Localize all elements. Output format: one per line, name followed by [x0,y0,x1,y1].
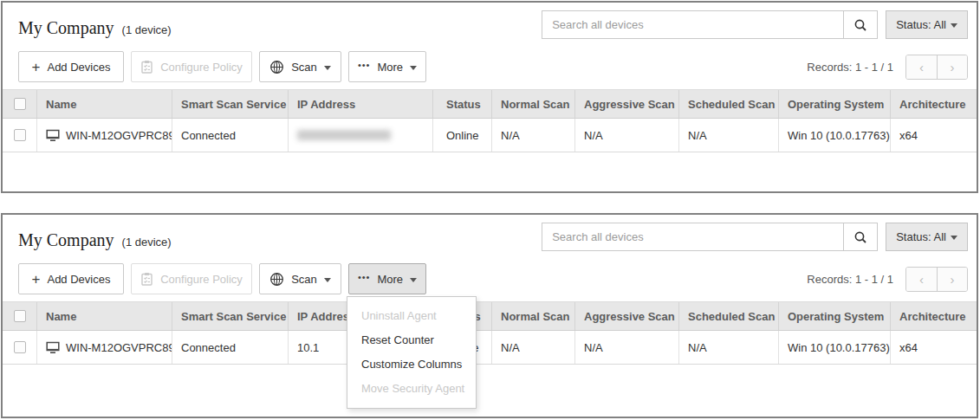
column-header-name: Name [37,302,172,330]
chevron-down-icon [410,278,417,282]
status-filter-label: Status: All [896,230,946,243]
scan-globe-icon [269,272,284,287]
column-header-scheduled-scan: Scheduled Scan [679,302,779,330]
aggressive-scan-cell: N/A [575,119,679,152]
scan-globe-icon [269,60,284,74]
operating-system-cell: Win 10 (10.0.17763) [779,331,891,364]
page-title: My Company [18,230,114,250]
toolbar: + Add Devices Configure Policy Scan ••• … [3,260,977,298]
normal-scan-cell: N/A [492,331,575,364]
chevron-down-icon [324,278,331,282]
column-header-architecture: Architecture [891,302,978,330]
chevron-down-icon [324,66,331,70]
records-area: Records: 1 - 1 / 1 ‹ › [807,55,968,80]
pagination: ‹ › [905,267,968,292]
pagination: ‹ › [905,55,968,80]
status-filter-dropdown[interactable]: Status: All [886,10,968,39]
device-name: WIN-M12OGVPRC89 [66,341,172,354]
search-input[interactable] [542,223,843,251]
menu-item-reset-counter[interactable]: Reset Counter [347,328,476,352]
device-panel-bottom: My Company (1 device) Status: All + Add … [1,213,978,418]
redacted-ip-blur [297,130,391,140]
scheduled-scan-cell: N/A [679,119,779,152]
title-group: My Company (1 device) [18,10,172,38]
column-header-architecture: Architecture [891,90,978,118]
menu-item-move-security-agent: Move Security Agent [347,377,476,401]
ip-address-cell [289,119,433,152]
smart-scan-service-cell: Connected [172,119,289,152]
configure-policy-label: Configure Policy [160,61,243,74]
scan-button[interactable]: Scan [259,51,341,82]
chevron-down-icon [410,66,417,70]
scan-label: Scan [291,61,317,74]
row-select-cell [3,119,37,152]
column-header-operating-system: Operating System [779,90,891,118]
column-header-operating-system: Operating System [779,302,891,330]
column-header-name: Name [37,90,172,118]
search-button[interactable] [843,223,878,251]
more-button[interactable]: ••• More [348,51,426,82]
table-row[interactable]: WIN-M12OGVPRC89 Connected Online N/A N/A… [3,119,978,152]
column-header-normal-scan: Normal Scan [492,90,575,118]
plus-icon: + [32,60,41,74]
column-header-ip-address: IP Address [289,90,433,118]
more-label: More [377,61,403,74]
column-header-status: Status [433,90,492,118]
records-area: Records: 1 - 1 / 1 ‹ › [807,267,968,292]
menu-item-customize-columns[interactable]: Customize Columns [347,352,476,377]
add-devices-button[interactable]: + Add Devices [18,263,124,294]
normal-scan-cell: N/A [492,119,575,152]
device-name-cell: WIN-M12OGVPRC89 [37,331,172,364]
title-group: My Company (1 device) [18,223,172,250]
row-checkbox[interactable] [14,129,26,141]
table-header-row: Name Smart Scan Service IP Address Statu… [3,301,978,331]
architecture-cell: x64 [891,331,978,364]
search-icon [853,18,867,32]
row-select-cell [3,331,37,364]
row-checkbox[interactable] [14,341,26,353]
more-label: More [377,273,403,286]
select-all-checkbox[interactable] [14,98,26,110]
column-header-smart-scan-service: Smart Scan Service [172,90,289,118]
records-count: Records: 1 - 1 / 1 [807,273,893,286]
scan-label: Scan [291,273,317,286]
prev-page-button[interactable]: ‹ [906,268,937,291]
scan-button[interactable]: Scan [259,263,341,294]
more-button-active[interactable]: ••• More [348,263,426,294]
chevron-down-icon [951,236,957,240]
table-header-row: Name Smart Scan Service IP Address Statu… [3,89,978,119]
prev-page-button[interactable]: ‹ [906,55,937,79]
device-count: (1 device) [122,236,172,249]
scheduled-scan-cell: N/A [679,331,779,364]
search-button[interactable] [843,10,878,39]
toolbar: + Add Devices Configure Policy Scan ••• … [3,48,977,86]
column-header-aggressive-scan: Aggressive Scan [575,302,679,330]
device-name-cell: WIN-M12OGVPRC89 [37,119,172,152]
chevron-down-icon [951,23,957,28]
column-header-scheduled-scan: Scheduled Scan [679,90,779,118]
panel-header: My Company (1 device) Status: All [3,215,977,260]
configure-policy-button: Configure Policy [131,51,252,82]
search-input[interactable] [542,10,843,39]
status-cell: Online [433,119,492,152]
select-all-checkbox[interactable] [14,310,26,322]
architecture-cell: x64 [891,119,978,152]
column-header-smart-scan-service: Smart Scan Service [172,302,289,330]
table-row[interactable]: WIN-M12OGVPRC89 Connected 10.1 Online N/… [3,331,978,365]
device-table: Name Smart Scan Service IP Address Statu… [3,89,978,152]
smart-scan-service-cell: Connected [172,331,289,364]
column-header-normal-scan: Normal Scan [492,302,575,330]
configure-policy-label: Configure Policy [160,273,243,286]
status-filter-dropdown[interactable]: Status: All [886,223,968,251]
policy-clipboard-icon [140,60,153,74]
next-page-button[interactable]: › [937,55,967,79]
panel-header: My Company (1 device) Status: All [3,3,977,48]
monitor-icon [46,341,60,354]
menu-item-uninstall-agent: Uninstall Agent [347,304,476,328]
plus-icon: + [32,272,41,287]
status-filter-label: Status: All [896,18,946,31]
search-area: Status: All [542,10,968,39]
search-icon [853,230,867,244]
next-page-button[interactable]: › [937,268,967,291]
add-devices-button[interactable]: + Add Devices [18,51,124,82]
